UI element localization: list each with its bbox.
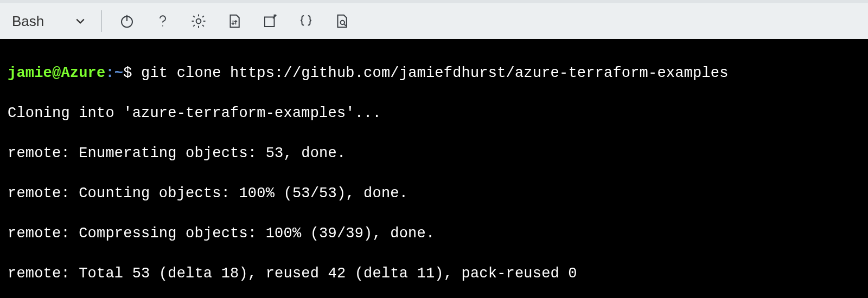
file-search-icon: [334, 13, 350, 29]
cloud-shell-toolbar: Bash: [0, 0, 868, 39]
prompt-path: ~: [114, 65, 123, 81]
braces-icon: [298, 13, 314, 29]
preview-button[interactable]: [329, 8, 355, 34]
gear-icon: [190, 13, 207, 29]
svg-point-2: [162, 25, 163, 27]
question-icon: [155, 13, 171, 29]
output-line: remote: Counting objects: 100% (53/53), …: [8, 184, 860, 204]
toolbar-divider: [101, 10, 102, 32]
command-text: git clone https://github.com/jamiefdhurs…: [132, 65, 729, 81]
output-line: remote: Total 53 (delta 18), reused 42 (…: [8, 264, 860, 284]
power-icon: [119, 13, 135, 29]
upload-download-button[interactable]: [221, 8, 247, 34]
shell-selector[interactable]: Bash: [10, 10, 90, 33]
help-button[interactable]: [150, 8, 176, 34]
file-transfer-icon: [226, 13, 242, 29]
svg-point-3: [196, 19, 201, 24]
chevron-down-icon: [75, 16, 85, 26]
prompt-sep: :: [105, 65, 114, 81]
shell-selector-label: Bash: [12, 13, 44, 30]
new-window-icon: [262, 13, 278, 29]
output-line: Cloning into 'azure-terraform-examples'.…: [8, 103, 860, 124]
svg-line-5: [344, 24, 346, 26]
settings-button[interactable]: [186, 8, 212, 34]
editor-button[interactable]: [293, 8, 319, 34]
svg-point-4: [341, 21, 345, 25]
output-line: remote: Compressing objects: 100% (39/39…: [8, 224, 860, 244]
prompt-dollar: $: [123, 65, 132, 81]
restart-button[interactable]: [114, 8, 140, 34]
terminal-output[interactable]: jamie@Azure:~$ git clone https://github.…: [0, 39, 868, 298]
prompt-user: jamie@Azure: [8, 65, 105, 81]
output-line: remote: Enumerating objects: 53, done.: [8, 144, 860, 164]
new-session-button[interactable]: [257, 8, 283, 34]
